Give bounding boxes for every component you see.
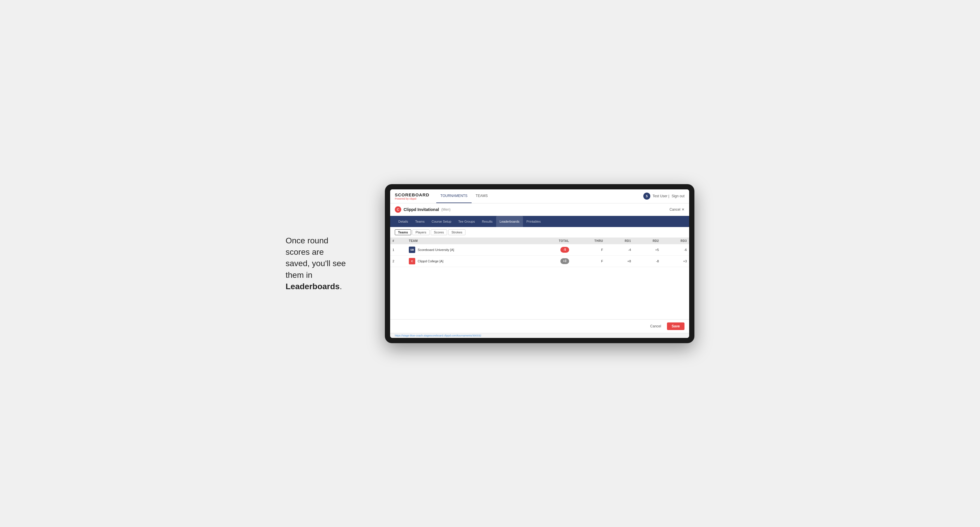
tournament-header: C Clippd Invitational (Men) Cancel ✕ [390, 203, 689, 216]
tab-results[interactable]: Results [478, 216, 496, 227]
col-thru: THRU [571, 238, 606, 244]
score-badge-1: -5 [560, 247, 569, 253]
tablet-device: SCOREBOARD Powered by clippd TOURNAMENTS… [385, 184, 694, 343]
thru-2: F [571, 256, 606, 267]
tournament-icon: C [395, 206, 401, 213]
left-description: Once round scores are saved, you'll see … [286, 235, 368, 292]
desc-period: . [340, 282, 342, 291]
rd3-2: +3 [661, 256, 689, 267]
rank-1: 1 [390, 244, 406, 256]
tournament-name: Clippd Invitational [404, 207, 439, 212]
close-icon: ✕ [682, 208, 684, 211]
total-1: -5 [533, 244, 571, 256]
leaderboard-table-wrapper: # TEAM TOTAL THRU RD1 RD2 RD3 [390, 238, 689, 293]
tournament-gender: (Men) [441, 208, 450, 211]
total-2: +3 [533, 256, 571, 267]
tab-course-setup[interactable]: Course Setup [428, 216, 455, 227]
logo-text: SCOREBOARD [395, 192, 429, 197]
filter-bar: Teams Players Scores Strokes [390, 227, 689, 238]
content-area: Teams Players Scores Strokes # TEAM TOTA… [390, 227, 689, 338]
desc-line2: scores are [286, 248, 324, 257]
nav-links: TOURNAMENTS TEAMS [436, 189, 643, 203]
rd3-1: -6 [661, 244, 689, 256]
score-badge-2: +3 [560, 258, 569, 264]
desc-line3: saved, you'll see [286, 259, 346, 268]
filter-scores-btn[interactable]: Scores [431, 229, 447, 235]
tab-leaderboards[interactable]: Leaderboards [496, 216, 523, 227]
table-row: 1 SB Scoreboard University [A] -5 [390, 244, 689, 256]
tab-printables[interactable]: Printables [523, 216, 544, 227]
col-total: TOTAL [533, 238, 571, 244]
user-avatar: S [643, 193, 650, 200]
rd2-2: -8 [633, 256, 662, 267]
desc-line5-bold: Leaderboards [286, 282, 340, 291]
tablet-screen: SCOREBOARD Powered by clippd TOURNAMENTS… [390, 189, 689, 338]
nav-teams[interactable]: TEAMS [472, 189, 492, 203]
nav-tournaments[interactable]: TOURNAMENTS [436, 189, 471, 203]
team-logo-2: C [409, 258, 415, 264]
sign-out-link[interactable]: Sign out [671, 194, 684, 198]
tab-details[interactable]: Details [395, 216, 412, 227]
rd1-1: -4 [605, 244, 633, 256]
filter-strokes-btn[interactable]: Strokes [448, 229, 466, 235]
spacer [390, 293, 689, 319]
tab-tee-groups[interactable]: Tee Groups [455, 216, 478, 227]
leaderboard-table: # TEAM TOTAL THRU RD1 RD2 RD3 [390, 238, 689, 267]
team-logo-1: SB [409, 246, 415, 253]
desc-line1: Once round [286, 236, 328, 245]
col-rank: # [390, 238, 406, 244]
url-text: https://stage-blue-coach.stagescoreboard… [395, 334, 481, 337]
desc-line4: them in [286, 270, 312, 279]
tournament-title-area: C Clippd Invitational (Men) [395, 206, 450, 213]
team-name-2: Clippd College [A] [418, 259, 443, 263]
rd2-1: +5 [633, 244, 662, 256]
thru-1: F [571, 244, 606, 256]
logo-area: SCOREBOARD Powered by clippd [395, 192, 429, 200]
nav-right: S Test User | Sign out [643, 193, 684, 200]
sub-nav: Details Teams Course Setup Tee Groups Re… [390, 216, 689, 227]
filter-teams-btn[interactable]: Teams [395, 229, 411, 235]
filter-players-btn[interactable]: Players [412, 229, 430, 235]
tournament-cancel-btn[interactable]: Cancel ✕ [670, 208, 684, 211]
footer-save-btn[interactable]: Save [667, 322, 684, 330]
logo-sub: Powered by clippd [395, 197, 429, 200]
footer-cancel-btn[interactable]: Cancel [647, 322, 665, 330]
nav-bar: SCOREBOARD Powered by clippd TOURNAMENTS… [390, 189, 689, 203]
rank-2: 2 [390, 256, 406, 267]
footer: Cancel Save [390, 319, 689, 333]
url-bar: https://stage-blue-coach.stagescoreboard… [390, 333, 689, 338]
team-name-1: Scoreboard University [A] [418, 248, 454, 252]
team-1: SB Scoreboard University [A] [406, 244, 533, 256]
team-2: C Clippd College [A] [406, 256, 533, 267]
col-rd2: RD2 [633, 238, 662, 244]
user-name: Test User | [653, 194, 669, 198]
col-team: TEAM [406, 238, 533, 244]
col-rd3: RD3 [661, 238, 689, 244]
bottom-bar: Cancel Save https://stage-blue-coach.sta… [390, 319, 689, 338]
table-row: 2 C Clippd College [A] +3 [390, 256, 689, 267]
col-rd1: RD1 [605, 238, 633, 244]
tab-teams[interactable]: Teams [412, 216, 428, 227]
rd1-2: +8 [605, 256, 633, 267]
